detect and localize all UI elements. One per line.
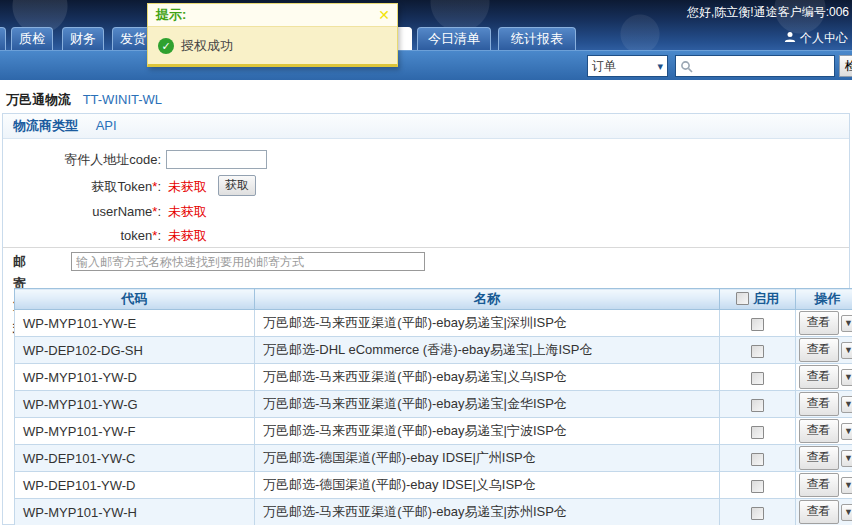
cell-code: WP-DEP102-DG-SH [15, 337, 255, 364]
view-button[interactable]: 查看 [799, 392, 839, 416]
token-status: 未获取 [168, 226, 207, 246]
mail-method-search-input[interactable] [71, 252, 425, 271]
search-button[interactable]: 检索 [839, 55, 852, 77]
enable-checkbox[interactable] [751, 507, 764, 520]
column-header-name: 名称 [255, 289, 720, 310]
tab-api[interactable]: API [96, 118, 117, 133]
search-input[interactable] [696, 57, 832, 75]
search-icon [680, 60, 693, 73]
cell-code: WP-MYP101-YW-G [15, 391, 255, 418]
view-button[interactable]: 查看 [799, 473, 839, 497]
get-token-status: 未获取 [168, 177, 207, 197]
column-header-action: 操作 [796, 289, 852, 310]
view-split-button[interactable]: 查看 ▼ [799, 392, 852, 416]
welcome-text: 您好,陈立衡!通途客户编号:006 [687, 4, 849, 21]
cell-name: 万邑邮选-马来西亚渠道(平邮)-ebay易递宝|苏州ISP仓 [255, 499, 720, 525]
table-row: WP-MYP101-YW-D 万邑邮选-马来西亚渠道(平邮)-ebay易递宝|义… [15, 364, 852, 391]
dropdown-arrow-icon[interactable]: ▼ [841, 450, 852, 467]
enable-checkbox[interactable] [751, 399, 764, 412]
enable-checkbox[interactable] [751, 480, 764, 493]
fetch-token-button[interactable]: 获取 [218, 175, 256, 196]
view-button[interactable]: 查看 [799, 338, 839, 362]
nav-tab-quality[interactable]: 质检 [11, 27, 53, 50]
view-split-button[interactable]: 查看 ▼ [799, 419, 852, 443]
user-center-label: 个人中心 [800, 30, 848, 47]
tab-carrier-type[interactable]: 物流商类型 [13, 118, 78, 133]
cell-action: 查看 ▼ [796, 310, 852, 337]
cell-code: WP-MYP101-YW-H [15, 499, 255, 525]
divider [3, 247, 849, 248]
dropdown-arrow-icon[interactable]: ▼ [841, 423, 852, 440]
cell-enabled [720, 499, 796, 525]
enable-checkbox[interactable] [751, 453, 764, 466]
enable-checkbox[interactable] [751, 318, 764, 331]
view-button[interactable]: 查看 [799, 419, 839, 443]
cell-enabled [720, 418, 796, 445]
panel-tab-bar: 物流商类型 API [3, 114, 849, 139]
toast-title: 提示: [156, 7, 186, 22]
cell-enabled [720, 364, 796, 391]
success-check-icon: ✓ [158, 38, 174, 54]
view-split-button[interactable]: 查看 ▼ [799, 338, 852, 362]
cell-name: 万邑邮选-德国渠道(平邮)-ebay IDSE|广州ISP仓 [255, 445, 720, 472]
dropdown-arrow-icon[interactable]: ▼ [841, 369, 852, 386]
cell-action: 查看 ▼ [796, 418, 852, 445]
nav-tab-today-list[interactable]: 今日清单 [417, 27, 491, 50]
address-code-label: 寄件人地址code: [11, 150, 161, 170]
toast-notification: 提示: ✕ ✓ 授权成功 [147, 3, 398, 67]
user-center-link[interactable]: 个人中心 [784, 30, 848, 47]
dropdown-arrow-icon[interactable]: ▼ [841, 342, 852, 359]
nav-tab-statistics[interactable]: 统计报表 [498, 27, 576, 50]
enable-checkbox[interactable] [751, 372, 764, 385]
enable-checkbox[interactable] [751, 345, 764, 358]
cell-code: WP-DEP101-YW-D [15, 472, 255, 499]
search-category-value: 订单 [592, 56, 616, 76]
form-row-address: 寄件人地址code: [3, 150, 403, 170]
search-category-select[interactable]: 订单 ▾ [587, 55, 668, 77]
dropdown-arrow-icon[interactable]: ▼ [841, 477, 852, 494]
view-button[interactable]: 查看 [799, 500, 839, 524]
cell-name: 万邑邮选-马来西亚渠道(平邮)-ebay易递宝|深圳ISP仓 [255, 310, 720, 337]
username-status: 未获取 [168, 202, 207, 222]
cell-name: 万邑邮选-马来西亚渠道(平邮)-ebay易递宝|金华ISP仓 [255, 391, 720, 418]
cell-action: 查看 ▼ [796, 337, 852, 364]
cell-enabled [720, 391, 796, 418]
table-row: WP-DEP101-YW-C 万邑邮选-德国渠道(平邮)-ebay IDSE|广… [15, 445, 852, 472]
view-split-button[interactable]: 查看 ▼ [799, 365, 852, 389]
cell-enabled [720, 337, 796, 364]
person-icon [784, 31, 796, 46]
username-label: userName*: [11, 202, 161, 222]
view-button[interactable]: 查看 [799, 311, 839, 335]
select-all-checkbox[interactable] [736, 292, 749, 305]
dropdown-arrow-icon[interactable]: ▼ [841, 396, 852, 413]
view-split-button[interactable]: 查看 ▼ [799, 500, 852, 524]
nav-tab-finance[interactable]: 财务 [62, 27, 104, 50]
cell-action: 查看 ▼ [796, 364, 852, 391]
column-header-enabled: 启用 [720, 289, 796, 310]
cell-name: 万邑邮选-DHL eCommerce (香港)-ebay易递宝|上海ISP仓 [255, 337, 720, 364]
toast-header: 提示: ✕ [148, 4, 397, 27]
search-toolbar: 订单 ▾ 检索 [0, 50, 852, 80]
view-button[interactable]: 查看 [799, 365, 839, 389]
table-row: WP-DEP102-DG-SH 万邑邮选-DHL eCommerce (香港)-… [15, 337, 852, 364]
form-row-get-token: 获取Token*: 未获取 获取 [3, 177, 403, 197]
cell-enabled [720, 310, 796, 337]
cell-code: WP-MYP101-YW-D [15, 364, 255, 391]
dropdown-arrow-icon[interactable]: ▼ [841, 504, 852, 521]
close-icon[interactable]: ✕ [378, 4, 390, 26]
cell-name: 万邑邮选-马来西亚渠道(平邮)-ebay易递宝|义乌ISP仓 [255, 364, 720, 391]
dropdown-arrow-icon[interactable]: ▼ [841, 315, 852, 332]
cell-code: WP-DEP101-YW-C [15, 445, 255, 472]
view-split-button[interactable]: 查看 ▼ [799, 311, 852, 335]
cell-action: 查看 ▼ [796, 391, 852, 418]
view-split-button[interactable]: 查看 ▼ [799, 446, 852, 470]
table-row: WP-DEP101-YW-D 万邑邮选-德国渠道(平邮)-ebay IDSE|义… [15, 472, 852, 499]
enable-checkbox[interactable] [751, 426, 764, 439]
nav-tab-partial[interactable] [0, 27, 6, 50]
view-split-button[interactable]: 查看 ▼ [799, 473, 852, 497]
carrier-code-link[interactable]: TT-WINIT-WL [83, 92, 162, 107]
view-button[interactable]: 查看 [799, 446, 839, 470]
token-label: token*: [11, 226, 161, 246]
cell-enabled [720, 445, 796, 472]
address-code-input[interactable] [166, 150, 267, 169]
